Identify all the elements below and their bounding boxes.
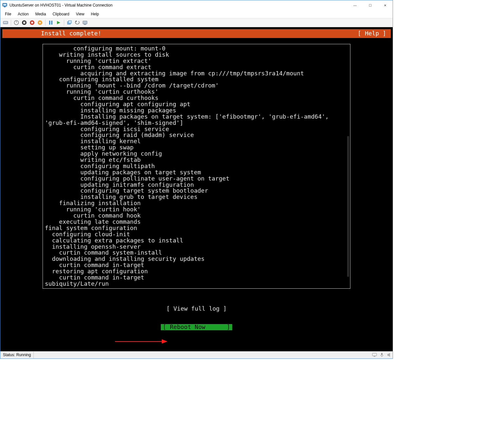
svg-rect-28 — [387, 354, 388, 356]
menu-help[interactable]: Help — [88, 11, 103, 17]
checkpoint-icon[interactable] — [66, 19, 73, 26]
svg-rect-21 — [83, 21, 87, 24]
speaker-icon[interactable] — [386, 352, 392, 358]
menu-media[interactable]: Media — [32, 11, 49, 17]
start-icon[interactable] — [13, 19, 20, 26]
status-text: Status: Running — [0, 352, 34, 358]
reset-icon[interactable] — [55, 19, 62, 26]
installer-header: Install complete! [ Help ] — [2, 29, 391, 38]
vm-connection-window: UbuntuServer on HVHOST01 - Virtual Machi… — [0, 0, 393, 359]
menu-clipboard[interactable]: Clipboard — [49, 11, 72, 17]
svg-rect-2 — [4, 7, 6, 7]
statusbar: Status: Running — [0, 351, 393, 358]
revert-icon[interactable] — [74, 19, 81, 26]
svg-rect-15 — [49, 21, 50, 25]
enhanced-session-icon[interactable] — [82, 19, 88, 26]
save-icon[interactable] — [37, 19, 43, 26]
pause-icon[interactable] — [47, 19, 54, 26]
install-log: configuring mount: mount-0 writing insta… — [45, 46, 348, 287]
svg-point-12 — [31, 22, 33, 24]
menubar: File Action Media Clipboard View Help — [0, 10, 393, 18]
ctrl-alt-del-icon[interactable] — [2, 19, 9, 26]
reboot-now-button[interactable]: [ Reboot Now ] — [161, 324, 232, 330]
svg-rect-24 — [372, 353, 377, 356]
svg-rect-8 — [16, 21, 16, 23]
close-button[interactable]: ✕ — [378, 0, 393, 10]
installer-actions: [ View full log ] [ Reboot Now ] — [2, 293, 391, 343]
svg-marker-29 — [388, 353, 390, 357]
svg-marker-17 — [57, 21, 60, 24]
svg-rect-25 — [374, 356, 375, 357]
titlebar: UbuntuServer on HVHOST01 - Virtual Machi… — [0, 0, 393, 10]
svg-rect-4 — [4, 22, 5, 23]
shut-down-icon[interactable] — [29, 19, 35, 26]
app-icon — [2, 3, 8, 8]
svg-rect-19 — [68, 21, 71, 23]
toolbar — [0, 18, 393, 27]
menu-action[interactable]: Action — [14, 11, 32, 17]
svg-rect-16 — [51, 21, 53, 25]
svg-rect-5 — [5, 22, 6, 23]
help-button[interactable]: [ Help ] — [358, 30, 386, 37]
view-full-log-button[interactable]: [ View full log ] — [164, 306, 229, 312]
menu-view[interactable]: View — [73, 11, 88, 17]
svg-rect-6 — [6, 22, 7, 23]
svg-rect-1 — [3, 4, 6, 6]
maximize-button[interactable]: ☐ — [363, 0, 378, 10]
svg-rect-22 — [84, 24, 86, 25]
microphone-icon[interactable] — [379, 352, 385, 358]
turn-off-icon[interactable] — [21, 19, 28, 26]
window-title: UbuntuServer on HVHOST01 - Virtual Machi… — [9, 3, 113, 8]
minimize-button[interactable]: — — [347, 0, 363, 10]
vm-console[interactable]: Install complete! [ Help ] configuring m… — [0, 27, 393, 351]
menu-file[interactable]: File — [2, 11, 14, 17]
svg-point-14 — [39, 22, 41, 24]
log-scrollbar[interactable] — [347, 136, 349, 277]
svg-rect-26 — [381, 353, 383, 355]
display-config-icon[interactable] — [371, 352, 378, 358]
installer-title: Install complete! — [7, 30, 101, 37]
svg-rect-27 — [382, 356, 382, 357]
install-log-frame: configuring mount: mount-0 writing insta… — [43, 44, 350, 289]
svg-rect-10 — [23, 22, 25, 24]
